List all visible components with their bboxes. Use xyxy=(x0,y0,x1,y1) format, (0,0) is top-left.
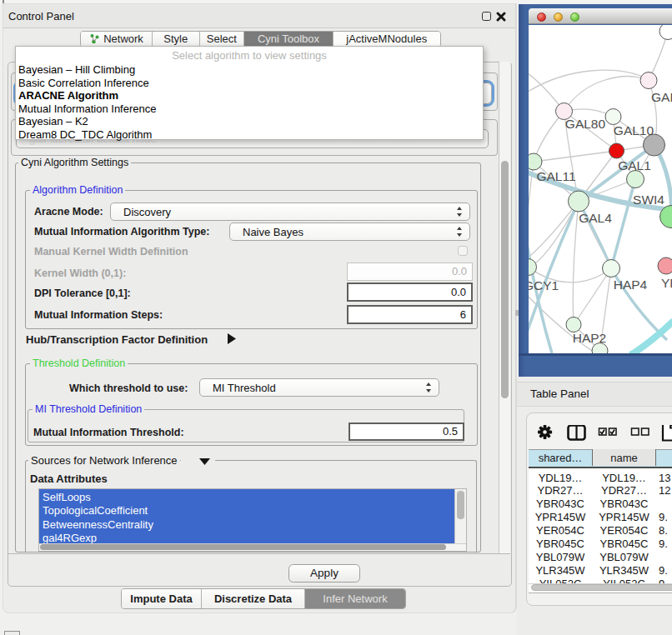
svg-text:GAL1: GAL1 xyxy=(618,158,651,172)
svg-text:HAP4: HAP4 xyxy=(614,278,648,292)
svg-text:GAL7: GAL7 xyxy=(651,90,672,104)
svg-text:SWI4: SWI4 xyxy=(633,192,664,207)
svg-text:GAL11: GAL11 xyxy=(536,169,575,183)
svg-text:YD: YD xyxy=(661,276,672,290)
svg-text:HAP2: HAP2 xyxy=(573,331,607,345)
svg-text:GCY1: GCY1 xyxy=(529,278,559,292)
svg-text:GAL10: GAL10 xyxy=(614,123,654,138)
svg-text:GAL4: GAL4 xyxy=(579,211,612,225)
svg-text:GAL80: GAL80 xyxy=(565,117,606,131)
